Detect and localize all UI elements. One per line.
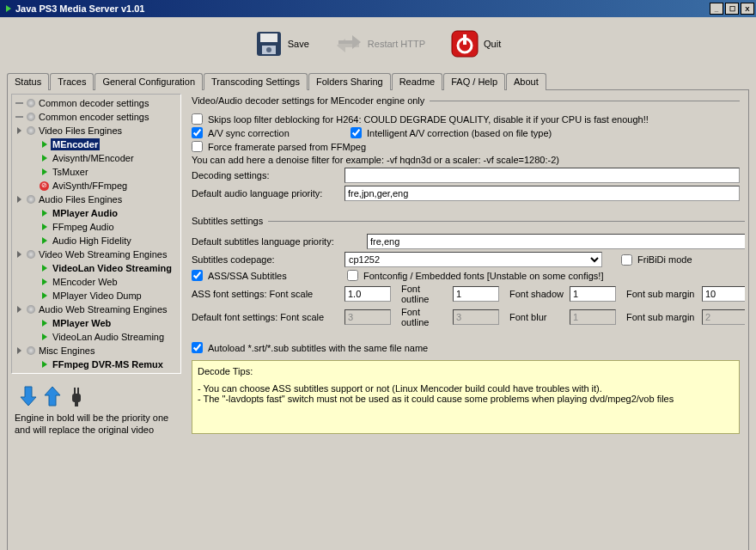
close-button[interactable]: X [741, 3, 754, 15]
engine-tree[interactable]: Common decoder settingsCommon encoder se… [11, 94, 181, 374]
dash-icon [15, 99, 24, 108]
tree-item[interactable]: Video Files Engines [13, 124, 179, 138]
plug-icon[interactable] [66, 384, 87, 408]
tree-item-label: Misc Engines [37, 345, 96, 357]
tab-folders-sharing[interactable]: Folders Sharing [308, 73, 391, 90]
tree-item[interactable]: Audio Web Streaming Engines [13, 302, 179, 316]
tabstrip: StatusTracesGeneral ConfigurationTransco… [7, 72, 749, 89]
decode-tips-box: Decode Tips: - You can choose ASS subtit… [192, 360, 740, 434]
tree-item-label: Avisynth/MEncoder [51, 152, 136, 164]
def-outline-input [453, 309, 499, 325]
fontconfig-label: Fontconfig / Embedded fonts [Unstable on… [363, 271, 603, 281]
tree-item[interactable]: MPlayer Video Dump [13, 289, 179, 302]
quit-icon [451, 30, 479, 58]
tree-item[interactable]: MEncoder [13, 138, 179, 151]
dash-icon [15, 113, 24, 122]
tree-item[interactable]: VideoLan Video Streaming [13, 261, 179, 275]
ass-margin-input[interactable] [702, 286, 745, 302]
tree-item-label: MEncoder Web [51, 276, 119, 288]
codepage-select[interactable]: cp1252 [344, 252, 602, 267]
tree-item[interactable]: Audio High Fidelity [13, 234, 179, 248]
tree-item[interactable]: MPlayer Audio [13, 206, 179, 220]
tree-item[interactable]: FFmpeg DVR-MS Remux [13, 358, 179, 371]
play-icon [40, 333, 49, 342]
move-up-button[interactable] [42, 384, 63, 408]
tree-item[interactable]: Common decoder settings [13, 96, 179, 110]
ass-label: ASS/SSA Subtitles [208, 271, 342, 281]
move-down-button[interactable] [18, 384, 39, 408]
def-blur-label: Font blur [504, 312, 564, 322]
tree-hint: Engine in bold will be the priority one … [15, 412, 180, 436]
force-framerate-checkbox[interactable] [192, 141, 203, 152]
denoise-note: You can add here a denoise filter for ex… [192, 155, 740, 165]
gear-icon [26, 195, 35, 205]
tree-item[interactable]: ⊘AviSynth/FFmpeg [13, 179, 179, 192]
expander-icon [15, 250, 24, 260]
autoload-subs-checkbox[interactable] [192, 342, 203, 353]
tree-item-label: MEncoder [51, 138, 100, 150]
tab-traces[interactable]: Traces [50, 73, 94, 90]
def-outline-label: Font outline [396, 307, 448, 327]
fontconfig-checkbox[interactable] [347, 270, 358, 281]
quit-label: Quit [484, 39, 501, 49]
tree-item-label: Audio High Fidelity [51, 235, 133, 247]
play-icon [40, 154, 49, 163]
ass-shadow-label: Font shadow [504, 289, 564, 299]
ass-font-scale-input[interactable] [344, 286, 391, 302]
tree-item[interactable]: Avisynth/MEncoder [13, 151, 179, 165]
fribidi-checkbox[interactable] [621, 254, 632, 266]
gear-icon [26, 99, 35, 108]
restart-http-button[interactable]: Restart HTTP [323, 27, 437, 61]
def-font-scale-label: Default font settings: Font scale [192, 312, 339, 322]
autoload-subs-label: Autoload *.srt/*.sub subtitles with the … [208, 343, 428, 353]
tree-item-label: MPlayer Audio [51, 207, 119, 219]
ass-checkbox[interactable] [192, 270, 203, 281]
audio-lang-input[interactable] [344, 186, 740, 201]
save-button[interactable]: Save [243, 27, 321, 61]
tab-faq-help[interactable]: FAQ / Help [443, 73, 505, 90]
tab-status[interactable]: Status [7, 73, 49, 90]
play-icon [40, 168, 49, 177]
skip-loop-checkbox[interactable] [192, 113, 203, 125]
tab-readme[interactable]: Readme [392, 73, 443, 90]
subtitles-settings-group: Subtitles settings Default subtitles lan… [192, 216, 745, 337]
def-margin-label: Font sub margin [621, 312, 697, 322]
tab-transcoding-settings[interactable]: Transcoding Settings [204, 73, 308, 90]
tree-item-label: Video Files Engines [37, 125, 124, 137]
def-margin-input [702, 309, 745, 325]
tree-item-label: TsMuxer [51, 166, 90, 178]
tree-item[interactable]: VideoLan Audio Streaming [13, 330, 179, 344]
tree-item[interactable]: Video Web Streaming Engines [13, 248, 179, 261]
tree-item[interactable]: Misc Engines [13, 344, 179, 358]
tree-item[interactable]: Audio Files Engines [13, 192, 179, 206]
subs-lang-input[interactable] [367, 234, 745, 249]
decoding-settings-input[interactable] [344, 168, 740, 183]
tree-item[interactable]: Common encoder settings [13, 110, 179, 124]
tree-item[interactable]: MEncoder Web [13, 275, 179, 289]
av-sync-checkbox[interactable] [192, 127, 203, 138]
save-label: Save [288, 39, 309, 49]
window-title: Java PS3 Media Server v1.01 [15, 3, 144, 14]
gear-icon [26, 126, 35, 136]
play-icon [40, 319, 49, 328]
ass-shadow-input[interactable] [570, 286, 616, 302]
tree-item[interactable]: FFmpeg Audio [13, 220, 179, 234]
quit-button[interactable]: Quit [439, 27, 513, 61]
play-icon [40, 140, 49, 150]
tree-item-label: VideoLan Video Streaming [51, 262, 174, 274]
restart-icon [335, 30, 363, 58]
intelligent-av-checkbox[interactable] [351, 127, 362, 138]
maximize-button[interactable]: ☐ [725, 3, 739, 15]
tree-item-label: Audio Files Engines [37, 193, 124, 205]
tree-item-label: MPlayer Web [51, 317, 113, 329]
main-toolbar: Save Restart HTTP Quit [0, 17, 756, 70]
minimize-button[interactable]: _ [710, 3, 723, 15]
svg-rect-7 [72, 394, 81, 402]
tree-item[interactable]: MPlayer Web [13, 316, 179, 330]
tips-heading: Decode Tips: [198, 366, 734, 376]
tree-item[interactable]: TsMuxer [13, 165, 179, 179]
tab-about[interactable]: About [506, 73, 546, 90]
ass-outline-input[interactable] [453, 286, 499, 302]
gear-icon [26, 305, 35, 315]
tab-general-configuration[interactable]: General Configuration [94, 73, 203, 90]
